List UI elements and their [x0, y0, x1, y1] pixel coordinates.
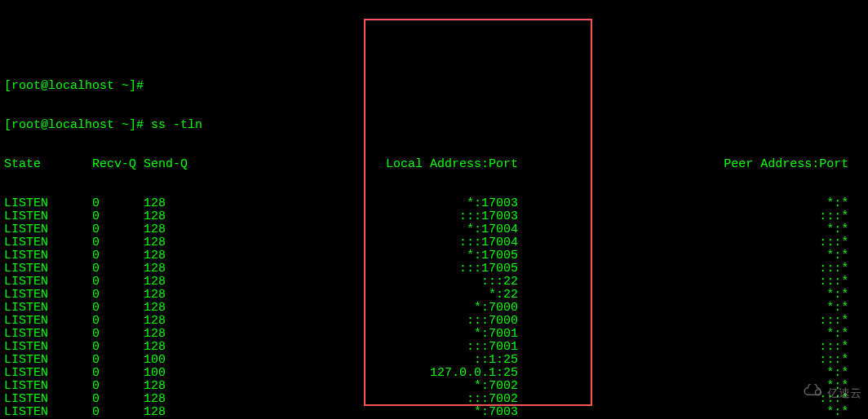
watermark-text: 亿速云 [827, 386, 861, 399]
prompt-prefix: [root@localhost ~]# [4, 118, 151, 132]
terminal[interactable]: [root@localhost ~]# [root@localhost ~]# … [0, 52, 868, 419]
table-row: LISTEN 0 128 *:7002 *:* [4, 380, 864, 393]
table-row: LISTEN 0 100 ::1:25 :::* [4, 354, 864, 367]
rows-container: LISTEN 0 128 *:17003 *:*LISTEN 0 128 :::… [4, 197, 864, 419]
table-row: LISTEN 0 128 *:7001 *:* [4, 328, 864, 341]
table-row: LISTEN 0 128 *:17004 *:* [4, 223, 864, 236]
table-row: LISTEN 0 128 *:22 *:* [4, 289, 864, 302]
cloud-icon [788, 371, 824, 414]
table-row: LISTEN 0 100 127.0.0.1:25 *:* [4, 367, 864, 380]
table-row: LISTEN 0 128 :::7002 :::* [4, 393, 864, 406]
prompt-prev: [root@localhost ~]# [4, 80, 864, 93]
command-text: ss -tln [151, 118, 202, 132]
table-row: LISTEN 0 128 :::7001 :::* [4, 341, 864, 354]
table-row: LISTEN 0 128 *:7000 *:* [4, 302, 864, 315]
table-row: LISTEN 0 128 *:17005 *:* [4, 249, 864, 262]
prompt-command-line: [root@localhost ~]# ss -tln [4, 119, 864, 132]
table-row: LISTEN 0 128 :::17004 :::* [4, 236, 864, 249]
table-row: LISTEN 0 128 :::7000 :::* [4, 315, 864, 328]
table-row: LISTEN 0 128 *:7003 *:* [4, 406, 864, 419]
column-headers: State Recv-Q Send-Q Local Address:Port P… [4, 158, 864, 171]
watermark: 亿速云 [788, 371, 861, 414]
table-row: LISTEN 0 128 :::17003 :::* [4, 210, 864, 223]
table-row: LISTEN 0 128 :::17005 :::* [4, 262, 864, 276]
table-row: LISTEN 0 128 :::22 :::* [4, 276, 864, 289]
table-row: LISTEN 0 128 *:17003 *:* [4, 197, 864, 210]
